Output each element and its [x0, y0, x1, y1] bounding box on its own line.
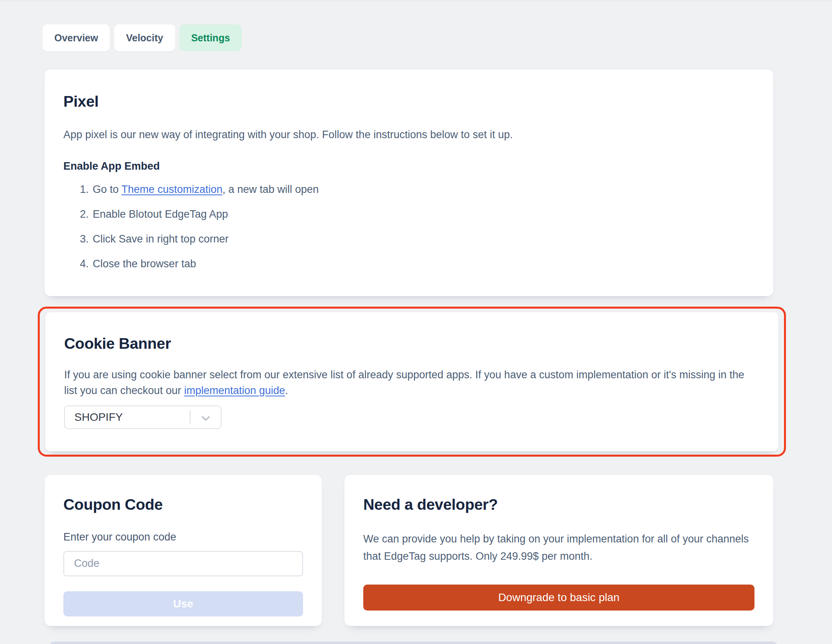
downgrade-to-basic-plan-button[interactable]: Downgrade to basic plan — [363, 585, 754, 611]
cookie-banner-description: If you are using cookie banner select fr… — [64, 367, 757, 398]
step-text: Go to — [93, 183, 122, 195]
pixel-card: Pixel App pixel is our new way of integr… — [44, 69, 774, 296]
step-number: 1. — [80, 183, 89, 195]
coupon-code-title: Coupon Code — [63, 495, 303, 514]
coupon-code-input[interactable] — [63, 551, 303, 576]
step-text: Close the browser tab — [93, 258, 196, 270]
step-text: Click Save in right top corner — [93, 233, 229, 245]
page-top-strip — [0, 0, 832, 2]
cookie-banner-card: Cookie Banner If you are using cookie ba… — [45, 312, 779, 452]
step-number: 2. — [80, 208, 89, 220]
cookie-banner-select-value: SHOPIFY — [74, 411, 123, 424]
setup-step-3: 3.Click Save in right top corner — [80, 232, 754, 246]
step-text: Enable Blotout EdgeTag App — [93, 208, 228, 220]
use-coupon-button[interactable]: Use — [63, 591, 303, 616]
need-developer-description: We can provide you help by taking on you… — [363, 530, 754, 565]
step-text: , a new tab will open — [222, 183, 319, 195]
theme-customization-link[interactable]: Theme customization — [122, 183, 223, 195]
setup-step-2: 2.Enable Blotout EdgeTag App — [80, 207, 754, 221]
need-developer-title: Need a developer? — [363, 495, 754, 514]
setup-step-4: 4.Close the browser tab — [80, 257, 754, 270]
cookie-banner-text: If you are using cookie banner select fr… — [64, 369, 744, 396]
select-divider — [190, 411, 190, 424]
bottom-card-row: Coupon Code Enter your coupon code Use N… — [44, 474, 774, 626]
cookie-banner-select[interactable]: SHOPIFY — [64, 405, 222, 429]
setup-steps-list: 1.Go to Theme customization, a new tab w… — [63, 183, 754, 270]
coupon-code-label: Enter your coupon code — [63, 531, 303, 543]
setup-step-1: 1.Go to Theme customization, a new tab w… — [80, 183, 754, 196]
cookie-banner-title: Cookie Banner — [64, 334, 760, 353]
need-developer-card: Need a developer? We can provide you hel… — [344, 474, 774, 626]
implementation-guide-link[interactable]: implementation guide — [184, 385, 285, 396]
tab-bar: Overview Velocity Settings — [0, 0, 832, 51]
cookie-banner-highlight-border: Cookie Banner If you are using cookie ba… — [38, 307, 786, 457]
next-card-top-edge — [50, 642, 777, 644]
chevron-down-icon — [199, 412, 213, 425]
enable-app-embed-subheading: Enable App Embed — [63, 160, 754, 172]
pixel-card-title: Pixel — [63, 92, 754, 111]
step-number: 4. — [80, 258, 89, 270]
cookie-banner-text-end: . — [285, 385, 288, 396]
step-number: 3. — [80, 233, 89, 245]
tab-overview[interactable]: Overview — [43, 24, 110, 51]
coupon-code-card: Coupon Code Enter your coupon code Use — [44, 474, 322, 626]
tab-velocity[interactable]: Velocity — [114, 24, 175, 51]
pixel-card-description: App pixel is our new way of integrating … — [63, 128, 754, 141]
tab-settings[interactable]: Settings — [179, 24, 242, 51]
